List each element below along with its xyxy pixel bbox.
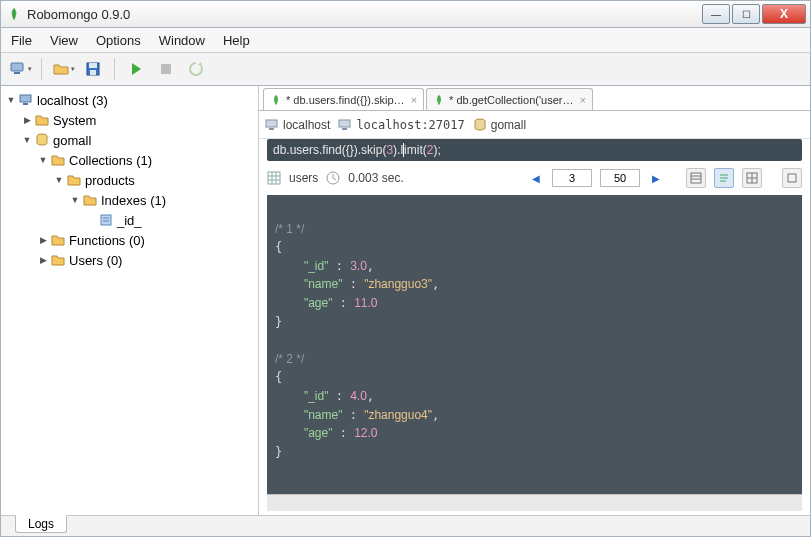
doc-id: 4.0 [350, 389, 367, 403]
tab-query-1[interactable]: * db.users.find({}).skip… × [263, 88, 424, 110]
connect-button[interactable] [7, 56, 33, 82]
crumb-host[interactable]: localhost [265, 118, 330, 132]
menu-bar: File View Options Window Help [0, 28, 811, 52]
query-tabs: * db.users.find({}).skip… × * db.getColl… [259, 86, 810, 110]
page-prev-button[interactable]: ◀ [528, 170, 544, 186]
tab-close-icon[interactable]: × [579, 94, 585, 106]
window-controls: — ☐ X [702, 4, 806, 24]
tree-index-id[interactable]: _id_ [1, 210, 258, 230]
menu-file[interactable]: File [11, 33, 32, 48]
tree-label: gomall [53, 133, 91, 148]
menu-options[interactable]: Options [96, 33, 141, 48]
tree-collection-products[interactable]: ▼ products [1, 170, 258, 190]
result-text-view[interactable]: /* 1 */ { "_id" : 3.0, "name" : "zhanggu… [267, 195, 802, 511]
svg-rect-0 [11, 63, 23, 71]
svg-rect-13 [342, 128, 347, 130]
clock-icon [326, 171, 340, 185]
tree-label: Collections (1) [69, 153, 152, 168]
page-size-field[interactable] [600, 169, 640, 187]
crumb-db[interactable]: gomall [473, 118, 526, 132]
tree-system[interactable]: ▶ System [1, 110, 258, 130]
crumb-label: localhost [283, 118, 330, 132]
index-icon [98, 212, 114, 228]
database-icon [34, 132, 50, 148]
query-text: ).l [393, 143, 403, 157]
svg-rect-10 [266, 120, 277, 127]
svg-rect-17 [691, 173, 701, 183]
editor-pane: * db.users.find({}).skip… × * db.getColl… [259, 86, 810, 515]
query-text: imit( [404, 143, 427, 157]
doc-comment: /* 2 */ [275, 352, 304, 366]
minimize-button[interactable]: — [702, 4, 730, 24]
folder-icon [50, 152, 66, 168]
query-input[interactable]: db.users.find({}).skip(3).limit(2); [267, 139, 802, 161]
doc-age: 11.0 [354, 296, 377, 310]
view-text-button[interactable] [714, 168, 734, 188]
tree-collections[interactable]: ▼ Collections (1) [1, 150, 258, 170]
window-title: Robomongo 0.9.0 [27, 7, 702, 22]
tree-functions[interactable]: ▶ Functions (0) [1, 230, 258, 250]
doc-age: 12.0 [354, 426, 377, 440]
app-leaf-icon [7, 7, 21, 21]
tab-label: * db.getCollection('user… [449, 94, 573, 106]
menu-window[interactable]: Window [159, 33, 205, 48]
logs-tab[interactable]: Logs [15, 515, 67, 533]
tree-label: Functions (0) [69, 233, 145, 248]
view-table-button[interactable] [742, 168, 762, 188]
result-collection: users [289, 171, 318, 185]
bottom-bar: Logs [0, 515, 811, 537]
monitor-icon [338, 118, 352, 132]
tree-connection[interactable]: ▼ localhost (3) [1, 90, 258, 110]
result-toolbar: users 0.003 sec. ◀ ▶ [267, 165, 802, 191]
tab-query-2[interactable]: * db.getCollection('user… × [426, 88, 593, 110]
tree-indexes[interactable]: ▼ Indexes (1) [1, 190, 258, 210]
svg-rect-12 [339, 120, 350, 127]
menu-view[interactable]: View [50, 33, 78, 48]
svg-rect-4 [90, 70, 96, 75]
connection-tree[interactable]: ▼ localhost (3) ▶ System ▼ gomall ▼ Coll… [1, 86, 259, 515]
tab-close-icon[interactable]: × [411, 94, 417, 106]
menu-help[interactable]: Help [223, 33, 250, 48]
toolbar-separator [41, 58, 42, 80]
monitor-icon [265, 118, 279, 132]
main-area: ▼ localhost (3) ▶ System ▼ gomall ▼ Coll… [0, 86, 811, 515]
page-from-field[interactable] [552, 169, 592, 187]
tree-label: Indexes (1) [101, 193, 166, 208]
grid-icon [267, 171, 281, 185]
svg-rect-1 [14, 72, 20, 74]
popout-button[interactable] [782, 168, 802, 188]
tree-label: Users (0) [69, 253, 122, 268]
save-button[interactable] [80, 56, 106, 82]
breadcrumb-bar: localhost localhost:27017 gomall [259, 111, 810, 139]
open-button[interactable] [50, 56, 76, 82]
maximize-button[interactable]: ☐ [732, 4, 760, 24]
crumb-hostport[interactable]: localhost:27017 [338, 118, 464, 132]
svg-rect-7 [23, 103, 28, 105]
tree-label: System [53, 113, 96, 128]
svg-rect-9 [101, 215, 111, 225]
tree-users[interactable]: ▶ Users (0) [1, 250, 258, 270]
page-next-button[interactable]: ▶ [648, 170, 664, 186]
toolbar-separator [114, 58, 115, 80]
doc-id: 3.0 [350, 259, 367, 273]
svg-rect-5 [161, 64, 171, 74]
leaf-icon [270, 94, 282, 106]
query-text: db.users.find({}).skip( [273, 143, 386, 157]
view-tree-button[interactable] [686, 168, 706, 188]
leaf-icon [433, 94, 445, 106]
svg-rect-15 [268, 172, 280, 184]
horizontal-scrollbar-thumb[interactable] [269, 497, 309, 509]
folder-icon [50, 252, 66, 268]
tree-label: _id_ [117, 213, 142, 228]
crumb-label: localhost:27017 [356, 118, 464, 132]
refresh-button[interactable] [183, 56, 209, 82]
query-arg: 2 [427, 143, 434, 157]
doc-comment: /* 1 */ [275, 222, 304, 236]
svg-rect-19 [788, 174, 796, 182]
execute-button[interactable] [123, 56, 149, 82]
stop-button[interactable] [153, 56, 179, 82]
close-button[interactable]: X [762, 4, 806, 24]
crumb-label: gomall [491, 118, 526, 132]
database-icon [473, 118, 487, 132]
tree-database[interactable]: ▼ gomall [1, 130, 258, 150]
